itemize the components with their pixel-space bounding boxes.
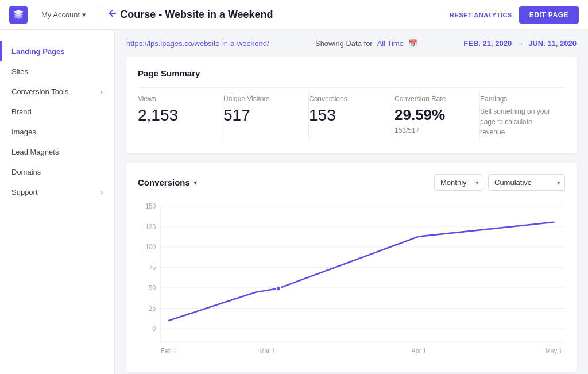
stat-item-0: Views2,153 bbox=[138, 90, 223, 142]
header-actions: RESET ANALYTICS EDIT PAGE bbox=[450, 6, 579, 24]
sidebar-item-landing-pages[interactable]: Landing Pages bbox=[0, 41, 114, 61]
stat-label: Unique Visitors bbox=[223, 95, 299, 103]
stats-row: Views2,153Unique Visitors517Conversions1… bbox=[138, 87, 565, 142]
calendar-icon[interactable]: 📅 bbox=[408, 39, 417, 48]
conversions-chart: 150 125 100 75 50 25 0 Feb 1 Mar 1 Apr 1… bbox=[138, 200, 565, 361]
frequency-select[interactable]: Monthly Daily Weekly bbox=[434, 174, 483, 191]
stat-label: Earnings bbox=[480, 95, 556, 103]
sidebar-item-sites[interactable]: Sites bbox=[0, 61, 114, 82]
frequency-select-wrapper: Monthly Daily Weekly bbox=[434, 174, 483, 191]
sidebar-item-support[interactable]: Support› bbox=[0, 182, 114, 202]
stat-label: Conversions bbox=[309, 95, 385, 103]
svg-text:May 1: May 1 bbox=[546, 348, 562, 355]
stat-item-4: EarningsSell something on your page to c… bbox=[480, 90, 565, 142]
svg-text:50: 50 bbox=[149, 284, 156, 292]
sidebar-item-conversion-tools[interactable]: Conversion Tools› bbox=[0, 82, 114, 102]
account-name: My Account bbox=[41, 10, 80, 19]
stat-value: 2,153 bbox=[138, 106, 214, 125]
svg-point-21 bbox=[276, 286, 281, 291]
stat-value: 517 bbox=[223, 106, 299, 125]
sidebar: Landing PagesSitesConversion Tools›Brand… bbox=[0, 30, 115, 374]
conversions-title-group: Conversions ▾ bbox=[138, 178, 197, 187]
page-summary-title: Page Summary bbox=[138, 68, 565, 78]
svg-text:25: 25 bbox=[149, 304, 156, 312]
earnings-text: Sell something on your page to calculate… bbox=[480, 106, 556, 137]
svg-text:125: 125 bbox=[145, 223, 156, 230]
chart-controls: Monthly Daily Weekly Cumulative Non-Cumu… bbox=[434, 174, 565, 191]
stat-item-1: Unique Visitors517 bbox=[223, 90, 309, 142]
stat-item-2: Conversions153 bbox=[309, 90, 394, 142]
conversions-dropdown-icon[interactable]: ▾ bbox=[194, 179, 197, 187]
page-url-link[interactable]: https://lps.lpages.co/website-in-a-weeke… bbox=[126, 39, 269, 48]
svg-text:Mar 1: Mar 1 bbox=[259, 348, 275, 355]
date-arrow: → bbox=[516, 39, 524, 48]
chart-container: 150 125 100 75 50 25 0 Feb 1 Mar 1 Apr 1… bbox=[138, 200, 565, 361]
logo-icon bbox=[9, 6, 28, 24]
conversions-card: Conversions ▾ Monthly Daily Weekly bbox=[126, 163, 577, 372]
header-divider bbox=[98, 7, 98, 23]
stat-label: Conversion Rate bbox=[394, 95, 470, 103]
conversions-header: Conversions ▾ Monthly Daily Weekly bbox=[138, 174, 565, 191]
back-button[interactable] bbox=[105, 6, 120, 24]
svg-text:150: 150 bbox=[145, 203, 156, 210]
chevron-right-icon: › bbox=[100, 188, 103, 196]
stat-item-3: Conversion Rate29.59%153/517 bbox=[394, 90, 480, 142]
sidebar-item-domains[interactable]: Domains bbox=[0, 162, 114, 182]
date-to: JUN. 11, 2020 bbox=[528, 39, 577, 48]
stat-label: Views bbox=[138, 95, 214, 103]
content-header: https://lps.lpages.co/website-in-a-weeke… bbox=[126, 39, 577, 48]
chevron-right-icon: › bbox=[100, 88, 103, 96]
svg-text:Apr 1: Apr 1 bbox=[412, 348, 427, 355]
stat-value: 29.59% bbox=[394, 106, 470, 124]
sidebar-item-images[interactable]: Images bbox=[0, 122, 114, 142]
svg-text:0: 0 bbox=[152, 325, 156, 333]
account-selector[interactable]: My Account ▾ bbox=[37, 8, 91, 21]
back-arrow-icon bbox=[107, 8, 118, 18]
stat-sub: 153/517 bbox=[394, 126, 470, 134]
type-select[interactable]: Cumulative Non-Cumulative bbox=[488, 174, 565, 191]
main-content: https://lps.lpages.co/website-in-a-weeke… bbox=[115, 30, 588, 374]
showing-data-label: Showing Data for bbox=[315, 39, 373, 48]
svg-text:75: 75 bbox=[149, 264, 156, 271]
conversions-title: Conversions bbox=[138, 178, 190, 187]
date-range-display: FEB. 21, 2020 → JUN. 11, 2020 bbox=[463, 39, 577, 48]
sidebar-item-lead-magnets[interactable]: Lead Magnets bbox=[0, 142, 114, 162]
reset-analytics-button[interactable]: RESET ANALYTICS bbox=[450, 11, 512, 18]
date-from: FEB. 21, 2020 bbox=[463, 39, 512, 48]
date-range: Showing Data for All Time 📅 bbox=[315, 39, 417, 48]
svg-text:Feb 1: Feb 1 bbox=[161, 348, 177, 355]
page-title: Course - Website in a Weekend bbox=[120, 9, 450, 21]
sidebar-item-brand[interactable]: Brand bbox=[0, 102, 114, 122]
type-select-wrapper: Cumulative Non-Cumulative bbox=[488, 174, 565, 191]
edit-page-button[interactable]: EDIT PAGE bbox=[519, 6, 579, 24]
svg-text:100: 100 bbox=[145, 244, 156, 251]
stat-value: 153 bbox=[309, 106, 385, 125]
page-summary-card: Page Summary Views2,153Unique Visitors51… bbox=[126, 57, 577, 153]
chevron-down-icon: ▾ bbox=[82, 10, 86, 19]
all-time-link[interactable]: All Time bbox=[377, 39, 404, 48]
